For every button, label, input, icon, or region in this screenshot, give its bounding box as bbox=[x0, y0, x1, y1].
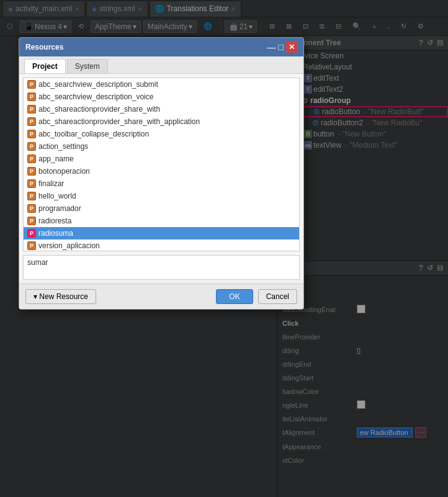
dialog-list-item[interactable]: Pversion_aplicacion bbox=[24, 240, 299, 251]
new-resource-button[interactable]: ▾ New Resource bbox=[25, 289, 96, 304]
dialog-list-item[interactable]: Pprogramador bbox=[24, 202, 299, 215]
item-p-icon: P bbox=[27, 241, 36, 250]
dialog-list[interactable]: Pabc_searchview_description_submitPabc_s… bbox=[23, 78, 300, 251]
dialog-overlay: Resources — □ ✕ Project System Pabc_sear… bbox=[0, 0, 448, 497]
dialog-ok-cancel: OK Cancel bbox=[216, 289, 297, 304]
item-p-icon: P bbox=[27, 192, 36, 200]
dialog-maximize-btn[interactable]: □ bbox=[279, 42, 284, 52]
dialog-list-item[interactable]: Paction_settings bbox=[24, 140, 299, 153]
item-label: app_name bbox=[38, 154, 74, 163]
dialog-tab-project[interactable]: Project bbox=[24, 59, 66, 73]
dialog-minimize-btn[interactable]: — bbox=[267, 42, 276, 52]
item-label: action_settings bbox=[38, 142, 88, 151]
item-label: hello_world bbox=[38, 192, 76, 200]
item-p-icon: P bbox=[27, 92, 36, 101]
item-label: finalizar bbox=[38, 179, 64, 188]
item-label: abc_shareactionprovider_share_with bbox=[38, 105, 160, 114]
item-p-icon: P bbox=[27, 105, 36, 114]
dialog-content: Project System Pabc_searchview_descripti… bbox=[19, 56, 303, 280]
item-p-icon: P bbox=[27, 80, 36, 89]
dialog-list-item[interactable]: Pabc_shareactionprovider_share_with_appl… bbox=[24, 115, 299, 128]
item-label: programador bbox=[38, 204, 81, 213]
dialog-list-item[interactable]: Pbotonoperacion bbox=[24, 165, 299, 177]
dialog-tab-system[interactable]: System bbox=[67, 59, 108, 73]
item-label: radiosuma bbox=[38, 229, 73, 238]
new-resource-label: ▾ New Resource bbox=[34, 292, 88, 301]
dialog-tabs: Project System bbox=[19, 56, 303, 74]
item-p-icon: P bbox=[27, 154, 36, 163]
dialog-list-item[interactable]: Pradiosuma bbox=[24, 227, 299, 240]
item-p-icon: P bbox=[27, 179, 36, 188]
dialog-list-item[interactable]: Pabc_shareactionprovider_share_with bbox=[24, 103, 299, 115]
ok-button[interactable]: OK bbox=[216, 289, 253, 304]
dialog-value-text: sumar bbox=[27, 258, 48, 267]
item-label: abc_shareactionprovider_share_with_appli… bbox=[38, 117, 200, 126]
dialog-value-area: sumar bbox=[23, 255, 300, 280]
item-label: version_aplicacion bbox=[38, 241, 100, 250]
item-label: radioresta bbox=[38, 217, 71, 225]
cancel-button[interactable]: Cancel bbox=[258, 289, 297, 304]
dialog-buttons: ▾ New Resource OK Cancel bbox=[19, 284, 303, 309]
dialog-title-bar: Resources — □ ✕ bbox=[19, 38, 303, 56]
dialog-list-item[interactable]: Papp_name bbox=[24, 153, 299, 165]
item-p-icon: P bbox=[27, 204, 36, 213]
item-label: abc_toolbar_collapse_description bbox=[38, 130, 149, 138]
resources-dialog: Resources — □ ✕ Project System Pabc_sear… bbox=[19, 37, 304, 310]
dialog-list-item[interactable]: Pabc_toolbar_collapse_description bbox=[24, 128, 299, 140]
dialog-list-item[interactable]: Phello_world bbox=[24, 190, 299, 202]
dialog-list-item[interactable]: Pfinalizar bbox=[24, 177, 299, 190]
item-p-icon: P bbox=[27, 229, 36, 238]
dialog-close-btn[interactable]: ✕ bbox=[286, 42, 297, 53]
item-p-icon: P bbox=[27, 217, 36, 225]
dialog-title: Resources bbox=[25, 43, 63, 51]
item-p-icon: P bbox=[27, 130, 36, 138]
item-label: botonoperacion bbox=[38, 167, 90, 176]
item-label: abc_searchview_description_submit bbox=[38, 80, 158, 89]
dialog-list-item[interactable]: Pradioresta bbox=[24, 215, 299, 227]
item-p-icon: P bbox=[27, 142, 36, 151]
dialog-list-item[interactable]: Pabc_searchview_description_submit bbox=[24, 78, 299, 91]
dialog-list-item[interactable]: Pabc_searchview_description_voice bbox=[24, 91, 299, 103]
item-p-icon: P bbox=[27, 117, 36, 126]
item-p-icon: P bbox=[27, 167, 36, 176]
item-label: abc_searchview_description_voice bbox=[38, 92, 153, 101]
